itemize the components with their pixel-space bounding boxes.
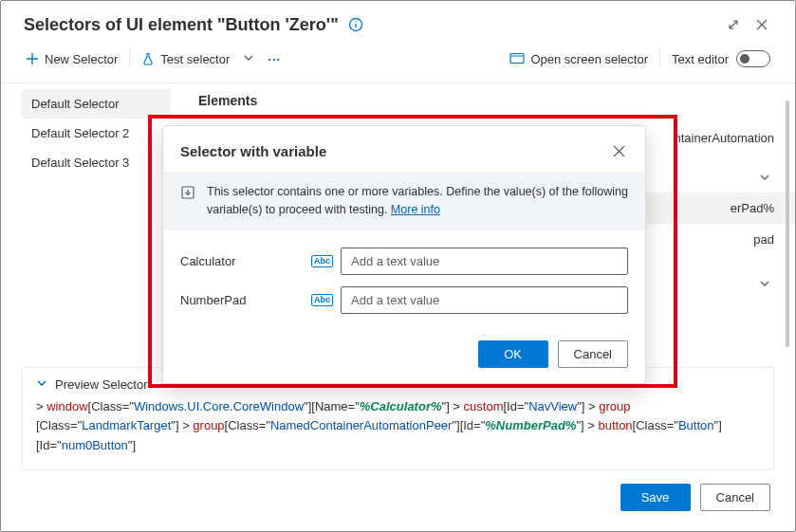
numberpad-input[interactable] <box>341 286 628 314</box>
text-editor-toggle[interactable]: Text editor <box>664 45 778 73</box>
dialog-cancel-button[interactable]: Cancel <box>558 340 628 368</box>
dialog-title: Selector with variable <box>180 143 607 159</box>
flask-icon <box>141 52 155 65</box>
selector-list: Default Selector Default Selector 2 Defa… <box>1 83 172 363</box>
selectors-window: Selectors of UI element "Button 'Zero'" … <box>0 0 796 532</box>
element-text: ntainerAutomation <box>674 131 774 145</box>
sidebar-item-label: Default Selector <box>31 97 120 111</box>
variable-row-numberpad: NumberPad Abc <box>180 286 628 314</box>
dialog-info-banner: This selector contains one or more varia… <box>163 172 645 230</box>
close-icon[interactable] <box>748 10 776 39</box>
elements-heading: Elements <box>172 89 795 114</box>
dialog-footer: OK Cancel <box>163 331 645 383</box>
open-screen-label: Open screen selector <box>530 52 648 66</box>
footer: Save Cancel <box>1 470 795 524</box>
text-type-icon: Abc <box>311 294 333 306</box>
text-editor-label: Text editor <box>672 52 729 66</box>
more-actions-button[interactable]: ··· <box>260 52 288 66</box>
page-title: Selectors of UI element "Button 'Zero'" <box>24 15 339 35</box>
info-icon[interactable] <box>348 17 363 32</box>
chevron-down-icon[interactable] <box>755 274 774 293</box>
test-selector-dropdown[interactable] <box>237 46 260 72</box>
element-text: pad <box>753 232 774 247</box>
dialog-body: Calculator Abc NumberPad Abc <box>163 230 645 331</box>
open-screen-selector-button[interactable]: Open screen selector <box>502 46 656 72</box>
calculator-input[interactable] <box>341 248 628 275</box>
toggle-off-icon <box>736 50 770 67</box>
new-selector-label: New Selector <box>45 52 118 66</box>
selector-preview-text: > window[Class="Windows.UI.Core.CoreWind… <box>36 397 760 456</box>
screen-icon <box>509 52 525 65</box>
text-type-icon: Abc <box>311 255 333 267</box>
sidebar-item-default-selector-2[interactable]: Default Selector 2 <box>22 119 171 148</box>
sidebar-item-label: Default Selector 3 <box>31 156 129 170</box>
variable-label: Calculator <box>180 254 304 268</box>
sidebar-item-default-selector-3[interactable]: Default Selector 3 <box>22 148 171 177</box>
toolbar-separator <box>129 48 130 69</box>
selector-variable-dialog: Selector with variable This selector con… <box>162 125 646 384</box>
dialog-banner-text: This selector contains one or more varia… <box>207 183 628 219</box>
dialog-header: Selector with variable <box>163 126 645 172</box>
restore-icon[interactable] <box>719 10 748 39</box>
toolbar: New Selector Test selector ··· Open scre… <box>1 41 795 83</box>
save-button[interactable]: Save <box>620 484 691 511</box>
new-selector-button[interactable]: New Selector <box>18 46 125 72</box>
download-icon <box>180 185 195 219</box>
toolbar-separator <box>659 48 660 69</box>
sidebar-item-default-selector[interactable]: Default Selector <box>22 89 171 119</box>
svg-rect-3 <box>510 54 524 64</box>
ok-button[interactable]: OK <box>478 340 548 368</box>
plus-icon <box>26 52 39 65</box>
scrollbar[interactable] <box>786 101 789 347</box>
sidebar-item-label: Default Selector 2 <box>31 126 129 140</box>
variable-label: NumberPad <box>180 293 304 307</box>
test-selector-label: Test selector <box>160 52 230 66</box>
test-selector-button[interactable]: Test selector <box>134 46 237 72</box>
more-info-link[interactable]: More info <box>391 203 440 216</box>
cancel-button[interactable]: Cancel <box>700 484 770 511</box>
dialog-close-button[interactable] <box>607 139 630 162</box>
chevron-down-icon[interactable] <box>755 168 774 187</box>
chevron-down-icon <box>36 377 47 392</box>
element-text: erPad% <box>731 201 774 215</box>
variable-row-calculator: Calculator Abc <box>180 248 628 275</box>
preview-title: Preview Selector <box>55 377 148 392</box>
svg-point-2 <box>355 21 356 22</box>
window-header: Selectors of UI element "Button 'Zero'" <box>1 1 795 41</box>
